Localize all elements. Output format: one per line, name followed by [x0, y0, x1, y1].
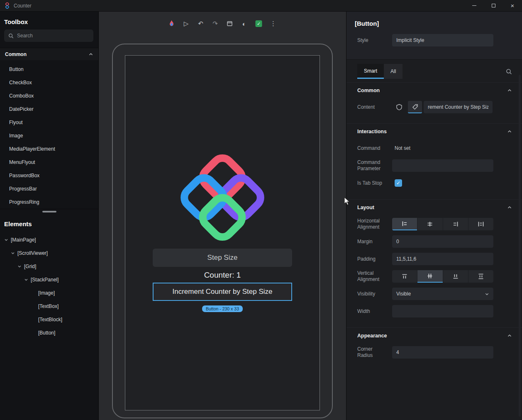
chevron-up-icon — [507, 205, 512, 210]
padding-input[interactable] — [392, 253, 493, 265]
toolbox-search[interactable] — [4, 29, 93, 42]
device-frame: Step Size Counter: 1 Increment Counter b… — [112, 44, 333, 418]
minimize-button[interactable] — [465, 0, 484, 11]
tree-item-textbox[interactable]: [TextBox] — [0, 300, 98, 313]
selection-size-badge: Button - 230 x 33 — [202, 305, 243, 312]
titlebar[interactable]: Counter × — [0, 0, 522, 12]
align-top-icon[interactable] — [392, 270, 417, 283]
toolbox-item-combobox[interactable]: ComboBox — [0, 89, 98, 103]
toolbox-item-mediaplayerelement[interactable]: MediaPlayerElement — [0, 142, 98, 156]
align-bottom-icon[interactable] — [443, 270, 468, 283]
maximize-icon — [492, 4, 495, 7]
window-form-icon[interactable] — [224, 18, 235, 29]
properties-search-icon[interactable] — [506, 68, 512, 75]
command-value[interactable]: Not set — [392, 145, 410, 151]
section-appearance-header[interactable]: Appearance — [357, 328, 512, 344]
more-options-icon[interactable]: ⋮ — [268, 18, 279, 29]
app-logo-image[interactable] — [178, 154, 266, 243]
step-size-textbox[interactable]: Step Size — [153, 249, 292, 267]
is-tab-stop-checkbox[interactable]: ✓ — [395, 179, 402, 187]
vertical-alignment-group — [392, 270, 493, 283]
toolbox-item-progressring[interactable]: ProgressRing — [0, 195, 98, 209]
section-common-header[interactable]: Common — [357, 83, 512, 98]
align-center-horizontal-icon[interactable] — [417, 218, 442, 230]
style-input[interactable] — [392, 34, 493, 46]
increment-button-selected[interactable]: Increment Counter by Step Size — [153, 283, 292, 301]
search-input[interactable] — [17, 33, 89, 39]
command-parameter-input[interactable] — [392, 159, 493, 172]
chevron-down-icon[interactable] — [24, 278, 28, 282]
tree-item-grid[interactable]: [Grid] — [0, 260, 98, 273]
tree-item-image[interactable]: [Image] — [0, 286, 98, 300]
chevron-up-icon — [507, 88, 512, 93]
section-appearance: Appearance Corner Radius — [346, 327, 522, 366]
section-interactions-header[interactable]: Interactions — [357, 124, 512, 139]
inspector-tabs: Smart All — [346, 63, 522, 80]
redo-icon[interactable]: ↷ — [210, 18, 221, 29]
toolbox-title: Toolbox — [4, 18, 98, 25]
theme-toggle-icon[interactable]: ◐ — [239, 18, 250, 29]
toolbox-item-flyout[interactable]: Flyout — [0, 116, 98, 129]
inspector-header-card: [Button] Style — [346, 12, 522, 60]
toolbox-item-progressbar[interactable]: ProgressBar — [0, 182, 98, 195]
status-check-icon[interactable]: ✓ — [254, 18, 264, 29]
inspector-scrollbar[interactable] — [519, 75, 521, 417]
align-stretch-horizontal-icon[interactable] — [468, 218, 493, 230]
undo-icon[interactable]: ↶ — [195, 18, 206, 29]
width-label: Width — [357, 308, 392, 315]
tree-item-mainpage[interactable]: [MainPage] — [0, 233, 98, 247]
literal-tag-icon[interactable] — [408, 101, 422, 113]
properties-inspector: [Button] Style Smart All Common — [346, 12, 522, 420]
corner-radius-input[interactable] — [392, 346, 493, 359]
width-input[interactable] — [392, 305, 493, 317]
vertical-alignment-label: Vertical Alignment — [357, 270, 392, 283]
align-stretch-vertical-icon[interactable] — [468, 270, 493, 283]
toolbox-section-label: Common — [5, 51, 27, 57]
command-parameter-label: Command Parameter — [357, 159, 392, 172]
toolbox-item-passwordbox[interactable]: PasswordBox — [0, 169, 98, 182]
margin-label: Margin — [357, 239, 392, 245]
elements-tree: [MainPage] [ScrollViewer] [Grid] [StackP… — [0, 232, 98, 339]
style-label: Style — [357, 37, 392, 44]
tree-item-button[interactable]: [Button] — [0, 326, 98, 339]
chevron-down-icon[interactable] — [4, 238, 8, 242]
hot-reload-flame-icon[interactable] — [166, 18, 177, 29]
tree-item-stackpanel[interactable]: [StackPanel] — [0, 273, 98, 286]
align-right-icon[interactable] — [443, 218, 468, 230]
section-common: Common Content — [346, 82, 522, 121]
chevron-down-icon[interactable] — [11, 251, 15, 255]
toolbox-list: Button CheckBox ComboBox DatePicker Flyo… — [0, 60, 98, 209]
splitter-handle[interactable] — [42, 211, 56, 212]
section-layout-header[interactable]: Layout — [357, 200, 512, 215]
visibility-select[interactable]: Visible — [392, 288, 493, 300]
toolbox-item-button[interactable]: Button — [0, 63, 98, 76]
app-preview-screen[interactable]: Step Size Counter: 1 Increment Counter b… — [125, 55, 320, 410]
visibility-label: Visibility — [357, 291, 392, 297]
close-button[interactable]: × — [503, 0, 522, 11]
content-input[interactable] — [424, 101, 493, 113]
tab-all[interactable]: All — [384, 64, 402, 79]
tab-smart[interactable]: Smart — [357, 64, 384, 79]
design-canvas[interactable]: ▷ ↶ ↷ ◐ ✓ ⋮ — [99, 12, 346, 420]
search-icon — [8, 33, 14, 39]
sidebar-splitter[interactable] — [0, 209, 98, 214]
content-label: Content — [357, 104, 392, 110]
toolbox-item-image[interactable]: Image — [0, 129, 98, 142]
play-icon[interactable]: ▷ — [181, 18, 192, 29]
toolbox-item-checkbox[interactable]: CheckBox — [0, 76, 98, 89]
align-left-icon[interactable] — [392, 218, 417, 230]
elements-title: Elements — [4, 220, 98, 227]
counter-textblock[interactable]: Counter: 1 — [204, 271, 241, 280]
tree-item-textblock[interactable]: [TextBlock] — [0, 313, 98, 326]
margin-input[interactable] — [392, 235, 493, 248]
maximize-button[interactable] — [484, 0, 503, 11]
toolbox-item-datepicker[interactable]: DatePicker — [0, 103, 98, 116]
binding-shield-icon[interactable] — [392, 101, 406, 113]
toolbox-section-common[interactable]: Common — [0, 48, 98, 60]
align-center-vertical-icon[interactable] — [417, 270, 442, 283]
close-icon: × — [511, 2, 515, 9]
window-title: Counter — [14, 3, 32, 9]
chevron-down-icon[interactable] — [17, 264, 22, 269]
tree-item-scrollviewer[interactable]: [ScrollViewer] — [0, 247, 98, 260]
toolbox-item-menuflyout[interactable]: MenuFlyout — [0, 156, 98, 169]
